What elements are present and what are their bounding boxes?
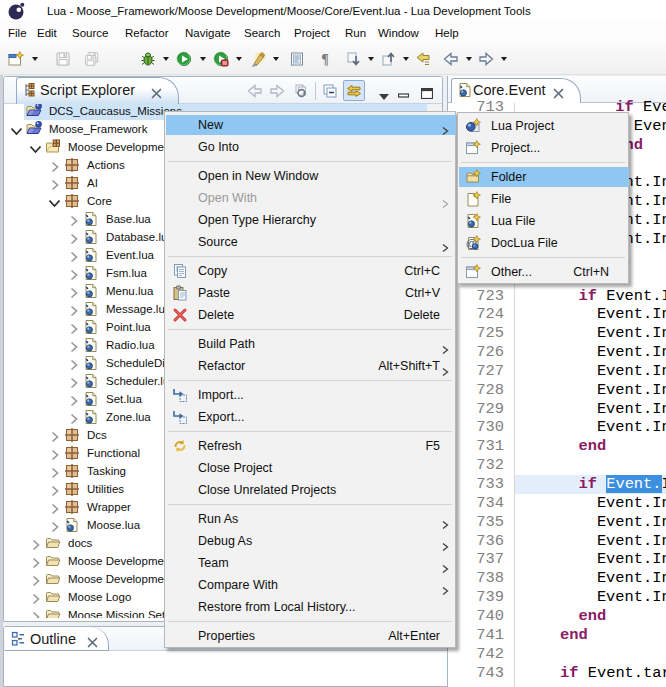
- svg-text:¶: ¶: [321, 52, 329, 67]
